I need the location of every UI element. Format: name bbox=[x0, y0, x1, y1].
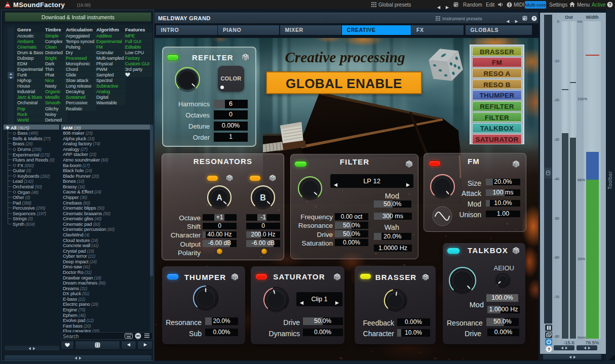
svg-text:?: ? bbox=[547, 346, 550, 351]
svg-text:?: ? bbox=[608, 2, 611, 7]
svg-text:?: ? bbox=[533, 16, 535, 21]
svg-text:A: A bbox=[216, 193, 222, 202]
svg-text:B: B bbox=[260, 193, 266, 202]
